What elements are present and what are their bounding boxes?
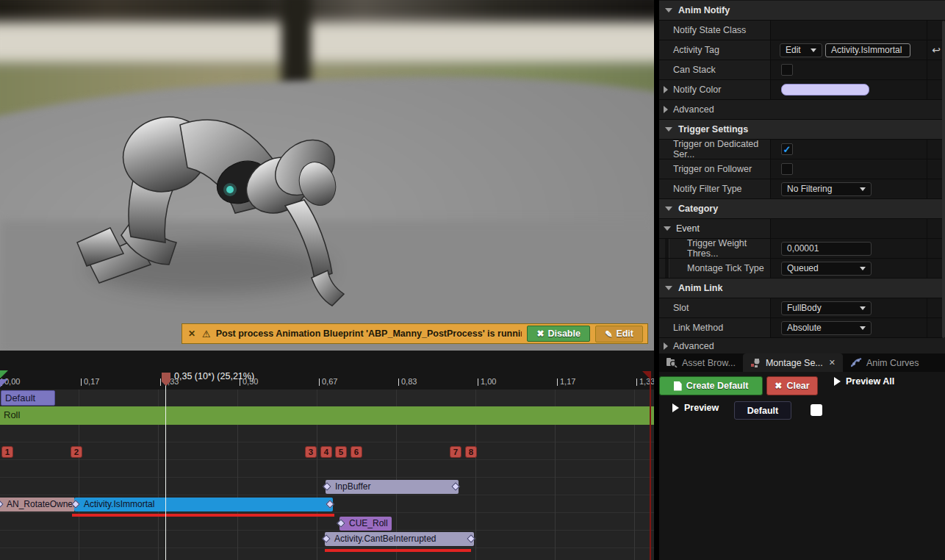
preview-button[interactable]: Preview bbox=[672, 403, 719, 413]
ruler-tick bbox=[319, 378, 320, 386]
slot-track[interactable]: Default bbox=[0, 390, 654, 406]
notify-rotate-owner[interactable]: AN_RotateOwner bbox=[0, 498, 74, 511]
notify-cue-roll[interactable]: CUE_Roll bbox=[339, 517, 392, 531]
clear-button[interactable]: ✖ Clear bbox=[766, 376, 818, 395]
section-header-anim-link[interactable]: Anim Link bbox=[659, 279, 945, 298]
default-section-button[interactable]: Default bbox=[734, 401, 791, 420]
row-link-method: Link Method Absolute bbox=[659, 318, 945, 338]
section-checkbox[interactable] bbox=[811, 404, 822, 416]
expand-arrow-icon[interactable] bbox=[664, 106, 668, 113]
ruler-label: 1,17 bbox=[560, 377, 575, 386]
pencil-icon: ✎ bbox=[605, 329, 612, 340]
details-panel: Anim Notify Notify State Class Activity … bbox=[659, 0, 945, 560]
warning-close-icon[interactable]: ✕ bbox=[187, 329, 197, 339]
row-event-group[interactable]: Event bbox=[659, 219, 945, 239]
chevron-down-icon bbox=[860, 187, 866, 191]
postprocess-warning-bar: ✕ ⚠ Post process Animation Blueprint 'AB… bbox=[182, 323, 648, 344]
indent-guide bbox=[665, 259, 669, 278]
row-notify-state-class: Notify State Class bbox=[659, 21, 945, 40]
ruler-label: 0,83 bbox=[401, 377, 417, 386]
row-can-stack: Can Stack bbox=[659, 60, 945, 80]
montage-timeline[interactable]: 0,00 0,17 0,33 0,50 0,67 0,83 1,00 1,17 … bbox=[0, 351, 654, 560]
ruler-tick bbox=[160, 378, 161, 386]
details-scrollbar[interactable] bbox=[942, 21, 945, 338]
ruler-tick bbox=[478, 378, 478, 386]
collapse-arrow-icon[interactable] bbox=[665, 127, 672, 132]
ruler-tick bbox=[398, 378, 399, 386]
notify-color-swatch[interactable] bbox=[781, 84, 869, 96]
row-advanced-notify[interactable]: Advanced bbox=[659, 100, 945, 120]
chevron-down-icon bbox=[860, 267, 866, 270]
montage-sections-icon bbox=[750, 358, 761, 368]
notify-state-isimmortal[interactable]: Activity.IsImmortal bbox=[74, 498, 333, 511]
indent-guide bbox=[665, 239, 669, 258]
collapse-arrow-icon[interactable] bbox=[665, 207, 672, 211]
tab-anim-curves[interactable]: Anim Curves bbox=[843, 353, 927, 372]
link-method-dropdown[interactable]: Absolute bbox=[781, 321, 872, 335]
montage-sections-panel: Create Default ✖ Clear Preview All Previ… bbox=[659, 372, 945, 560]
tab-close-icon[interactable]: ✕ bbox=[829, 358, 836, 367]
preview-all-button[interactable]: Preview All bbox=[834, 376, 894, 387]
collapse-arrow-icon[interactable] bbox=[664, 226, 671, 231]
clear-x-icon: ✖ bbox=[775, 381, 782, 391]
collapse-arrow-icon[interactable] bbox=[665, 8, 672, 12]
notify-filter-dropdown[interactable]: No Filtering bbox=[781, 182, 872, 196]
row-notify-filter-type: Notify Filter Type No Filtering bbox=[659, 179, 945, 199]
row-slot: Slot FullBody bbox=[659, 298, 945, 318]
expand-arrow-icon[interactable] bbox=[664, 342, 668, 350]
section-start-marker-icon[interactable] bbox=[0, 370, 8, 378]
play-icon bbox=[672, 403, 679, 412]
montage-tick-dropdown[interactable]: Queued bbox=[781, 262, 872, 276]
section-header-category[interactable]: Category bbox=[659, 199, 945, 219]
ruler-tick bbox=[557, 378, 558, 386]
collapse-arrow-icon[interactable] bbox=[665, 286, 672, 290]
activity-tag-field[interactable]: Activity.IsImmortal bbox=[825, 43, 910, 57]
sync-marker-2[interactable]: 2 bbox=[71, 446, 82, 458]
sync-marker-7[interactable]: 7 bbox=[450, 446, 461, 458]
slot-dropdown[interactable]: FullBody bbox=[781, 301, 872, 315]
asset-browser-icon bbox=[666, 358, 678, 367]
disable-x-icon: ✖ bbox=[536, 329, 544, 339]
sync-marker-1[interactable]: 1 bbox=[1, 446, 13, 458]
slot-default-tag[interactable]: Default bbox=[1, 390, 55, 406]
selection-underline bbox=[325, 549, 471, 552]
unreal-editor-window: ✕ ⚠ Post process Animation Blueprint 'AB… bbox=[0, 0, 945, 560]
sync-marker-4[interactable]: 4 bbox=[320, 446, 332, 458]
trigger-dedicated-checkbox[interactable]: ✓ bbox=[781, 143, 793, 155]
montage-section-roll[interactable]: Roll bbox=[0, 406, 654, 425]
bottom-tab-bar: Asset Brow... Montage Se... ✕ Anim Curve… bbox=[659, 353, 945, 372]
expand-arrow-icon[interactable] bbox=[664, 86, 668, 93]
sync-marker-6[interactable]: 6 bbox=[351, 446, 362, 458]
animation-viewport[interactable]: ✕ ⚠ Post process Animation Blueprint 'AB… bbox=[0, 0, 654, 351]
anim-curves-icon bbox=[850, 358, 862, 367]
row-notify-color: Notify Color bbox=[659, 80, 945, 100]
tag-edit-dropdown[interactable]: Edit bbox=[780, 43, 822, 57]
notify-state-cantbeinterrupted[interactable]: Activity.CantBeInterrupted bbox=[325, 532, 474, 546]
chevron-down-icon bbox=[860, 326, 866, 330]
warning-triangle-icon: ⚠ bbox=[202, 329, 211, 340]
selection-underline bbox=[72, 514, 334, 517]
notify-inpbuffer[interactable]: InpBuffer bbox=[326, 480, 459, 494]
sync-marker-8[interactable]: 8 bbox=[465, 446, 477, 458]
ruler-label: 1,00 bbox=[481, 377, 496, 386]
slot-start-marker-icon[interactable] bbox=[0, 379, 8, 387]
edit-button[interactable]: ✎ Edit bbox=[595, 326, 643, 342]
tab-montage-sections[interactable]: Montage Se... ✕ bbox=[743, 353, 843, 372]
sync-marker-5[interactable]: 5 bbox=[335, 446, 347, 458]
tab-asset-browser[interactable]: Asset Brow... bbox=[659, 353, 743, 372]
disable-button[interactable]: ✖ Disable bbox=[527, 326, 590, 342]
row-advanced-link[interactable]: Advanced bbox=[659, 338, 945, 353]
section-header-anim-notify[interactable]: Anim Notify bbox=[659, 1, 945, 21]
trigger-weight-field[interactable]: 0,00001 bbox=[781, 242, 872, 256]
sync-marker-3[interactable]: 3 bbox=[305, 446, 317, 458]
can-stack-checkbox[interactable] bbox=[781, 64, 793, 76]
timeline-ruler[interactable]: 0,00 0,17 0,33 0,50 0,67 0,83 1,00 1,17 … bbox=[0, 351, 654, 390]
chevron-down-icon bbox=[860, 306, 866, 310]
warning-message: Post process Animation Blueprint 'ABP_Ma… bbox=[216, 329, 522, 339]
ruler-label: 0,17 bbox=[84, 377, 99, 386]
section-header-trigger-settings[interactable]: Trigger Settings bbox=[659, 120, 945, 140]
play-icon bbox=[834, 377, 841, 386]
trigger-follower-checkbox[interactable] bbox=[781, 163, 793, 175]
create-default-button[interactable]: Create Default bbox=[659, 376, 763, 395]
playhead-line[interactable] bbox=[165, 381, 166, 560]
